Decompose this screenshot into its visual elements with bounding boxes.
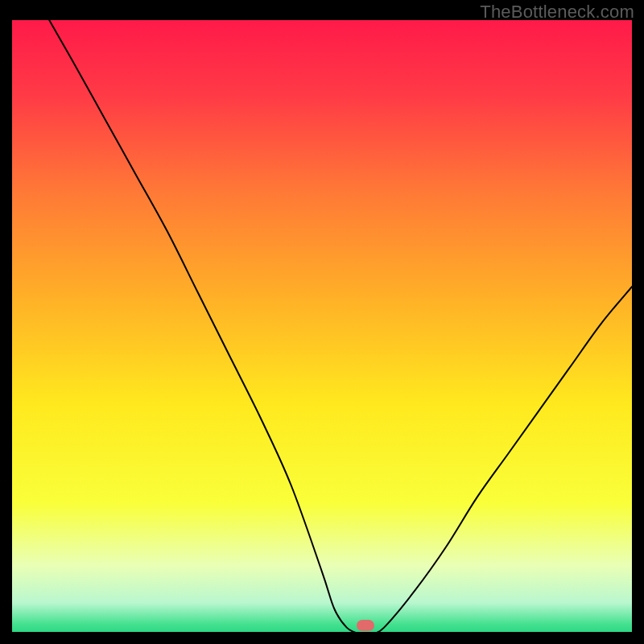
bottleneck-curve xyxy=(12,20,632,632)
plot-area xyxy=(12,20,632,632)
watermark-text: TheBottleneck.com xyxy=(480,2,634,23)
chart-frame: TheBottleneck.com xyxy=(0,0,644,644)
optimal-marker xyxy=(357,620,374,631)
